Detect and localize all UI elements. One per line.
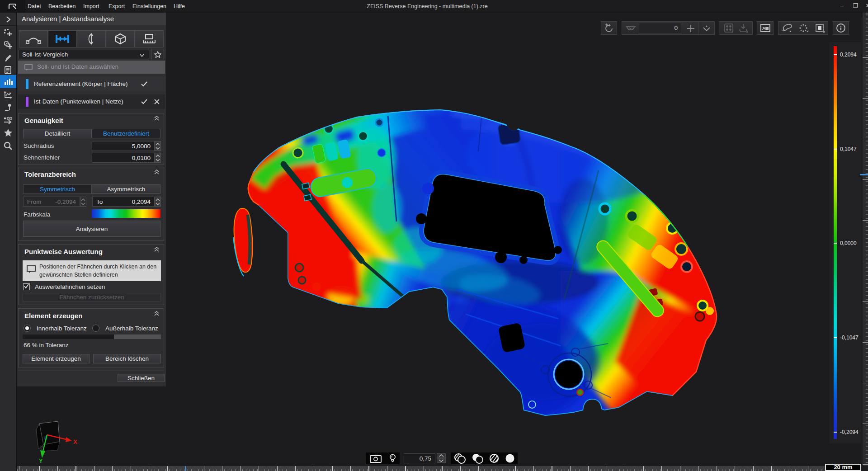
svg-text:X: X [73,438,77,445]
svg-text:Y: Y [39,457,43,464]
